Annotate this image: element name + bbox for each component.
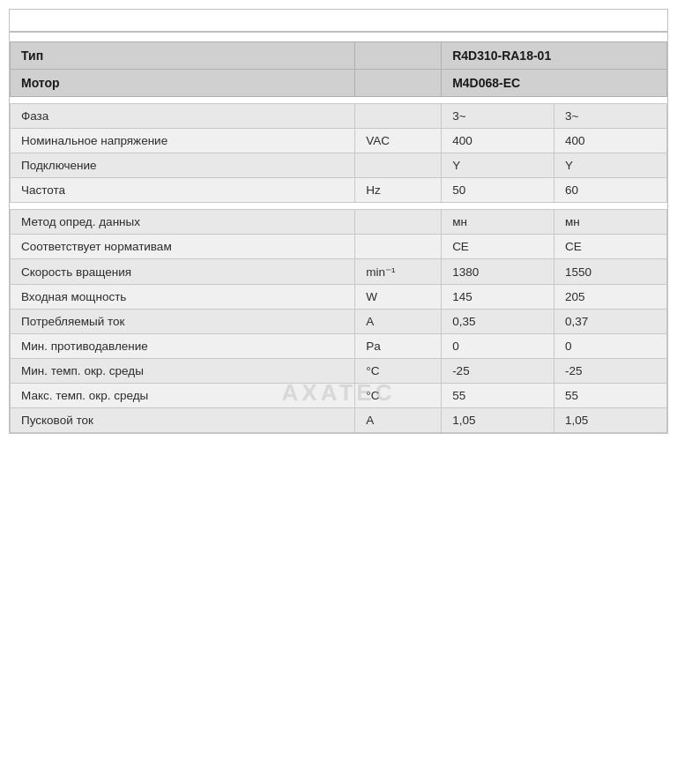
page-title [10,10,667,33]
row-value2: 55 [554,384,667,408]
row-label: Мин. темп. окр. среды [11,359,355,384]
row-unit: W [355,285,442,310]
row-value1: 145 [442,285,554,310]
table-row: Потребляемый токA0,350,37 [11,310,667,334]
row-label: Тип [11,42,355,70]
table-row: Мин. противодавлениеPa00 [11,334,667,359]
table-row: Макс. темп. окр. среды°C5555 [11,384,667,408]
row-label: Номинальное напряжение [11,129,355,153]
table-row: Пусковой токA1,051,05 [11,408,667,433]
row-value1: 400 [442,129,554,153]
row-value2: 3~ [554,104,667,129]
row-label: Подключение [11,153,355,178]
row-unit: A [355,310,442,334]
row-unit: °C [355,359,442,384]
params-table: ТипR4D310-RA18-01МоторM4D068-EC Фаза3~3~… [10,41,667,433]
row-value1: CE [442,235,554,259]
row-value2: Y [554,153,667,178]
row-value1: M4D068-EC [442,70,667,97]
row-label: Пусковой ток [11,408,355,433]
table-row: ЧастотаHz5060 [11,178,667,203]
row-value2: 1,05 [554,408,667,433]
row-unit: °C [355,384,442,408]
row-label: Метод опред. данных [11,210,355,235]
row-value2: -25 [554,359,667,384]
row-label: Мин. противодавление [11,334,355,359]
table-row: Скорость вращенияmin⁻¹13801550 [11,259,667,285]
row-value2: 0 [554,334,667,359]
row-value1: 3~ [442,104,554,129]
row-label: Соответствует нормативам [11,235,355,259]
row-label: Потребляемый ток [11,310,355,334]
row-value1: R4D310-RA18-01 [442,42,667,70]
row-value1: 55 [442,384,554,408]
row-unit [355,104,442,129]
row-value2: CE [554,235,667,259]
row-unit: VAC [355,129,442,153]
row-unit [355,42,442,70]
row-label: Мотор [11,70,355,97]
row-unit: Pa [355,334,442,359]
table-row: Номинальное напряжениеVAC400400 [11,129,667,153]
row-unit [355,153,442,178]
row-value1: -25 [442,359,554,384]
row-value2: 205 [554,285,667,310]
row-value2: 1550 [554,259,667,285]
row-unit [355,70,442,97]
table-row: ПодключениеYY [11,153,667,178]
row-value2: 60 [554,178,667,203]
table-row: Входная мощностьW145205 [11,285,667,310]
row-label: Скорость вращения [11,259,355,285]
row-label: Фаза [11,104,355,129]
row-unit [355,235,442,259]
row-unit: A [355,408,442,433]
row-value1: 0 [442,334,554,359]
row-value1: 1,05 [442,408,554,433]
row-label: Входная мощность [11,285,355,310]
row-unit: min⁻¹ [355,259,442,285]
table-row: Соответствует нормативамCECE [11,235,667,259]
row-value1: мн [442,210,554,235]
table-row: Мин. темп. окр. среды°C-25-25 [11,359,667,384]
row-value1: Y [442,153,554,178]
page-container: ТипR4D310-RA18-01МоторM4D068-EC Фаза3~3~… [9,9,668,434]
row-label: Частота [11,178,355,203]
row-value1: 50 [442,178,554,203]
row-value2: мн [554,210,667,235]
row-value1: 1380 [442,259,554,285]
row-value1: 0,35 [442,310,554,334]
row-value2: 0,37 [554,310,667,334]
row-unit [355,210,442,235]
row-unit: Hz [355,178,442,203]
table-row: МоторM4D068-EC [11,70,667,97]
row-value2: 400 [554,129,667,153]
row-label: Макс. темп. окр. среды [11,384,355,408]
table-row: ТипR4D310-RA18-01 [11,42,667,70]
table-row: Фаза3~3~ [11,104,667,129]
table-row: Метод опред. данныхмнмн [11,210,667,235]
